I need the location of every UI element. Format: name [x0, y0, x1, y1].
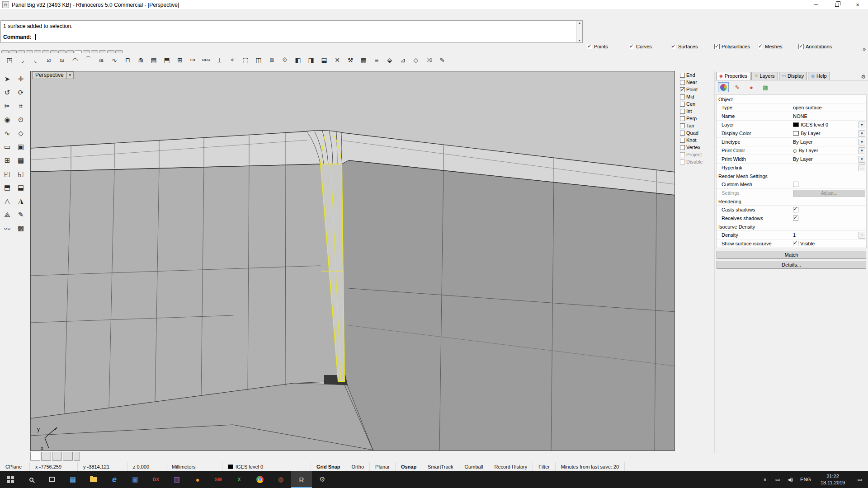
- dx-app-icon[interactable]: DX: [146, 471, 166, 488]
- surface-tool-18-icon[interactable]: ⌖: [226, 54, 238, 66]
- checkbox[interactable]: [680, 87, 685, 92]
- side-tool-3-icon[interactable]: ↺: [1, 86, 14, 99]
- checkbox[interactable]: [680, 123, 685, 128]
- surface-tool-25-icon[interactable]: ⬓: [318, 54, 330, 66]
- y-coordinate[interactable]: y -3814.121: [78, 462, 127, 471]
- side-tool-7-icon[interactable]: ◉: [1, 113, 14, 126]
- custom-mesh-checkbox[interactable]: [793, 182, 798, 187]
- osnap-mid[interactable]: Mid: [680, 94, 713, 99]
- osnap-tan[interactable]: Tan: [680, 123, 713, 128]
- rhino-icon[interactable]: R: [291, 471, 312, 488]
- side-tool-24-icon[interactable]: ▩: [14, 222, 27, 235]
- menu-edit[interactable]: [9, 14, 16, 16]
- task-view-icon[interactable]: [42, 471, 62, 488]
- cplane-button[interactable]: CPlane: [0, 462, 30, 471]
- side-tool-17-icon[interactable]: ⬒: [1, 181, 14, 194]
- side-tool-1-icon[interactable]: ➤: [1, 73, 14, 85]
- viewport-tab-perspective[interactable]: [30, 452, 40, 461]
- photos-app-icon[interactable]: ▣: [125, 471, 146, 488]
- dropdown-arrow-icon[interactable]: ▼: [859, 156, 865, 163]
- checkbox[interactable]: [680, 73, 685, 78]
- surface-tool-31-icon[interactable]: ⊿: [397, 54, 409, 66]
- menu-panels[interactable]: [89, 14, 96, 16]
- surface-tool-24-icon[interactable]: ◨: [305, 54, 317, 66]
- checkbox[interactable]: [680, 116, 685, 121]
- surface-tool-8-icon[interactable]: ≋: [95, 54, 107, 66]
- surface-tool-7-icon[interactable]: ⌒: [82, 54, 94, 66]
- osnap-disable[interactable]: Disable: [680, 159, 713, 164]
- density-stepper[interactable]: 1: [793, 232, 866, 238]
- surface-tool-4-icon[interactable]: ⧄: [43, 54, 55, 66]
- purple-app-icon[interactable]: ▥: [166, 471, 187, 488]
- osnap-near[interactable]: Near: [680, 80, 713, 85]
- z-coordinate[interactable]: z 0.000: [127, 462, 166, 471]
- record-history-toggle[interactable]: Record History: [489, 462, 533, 471]
- tab-layers[interactable]: ≣ Layers: [751, 72, 778, 80]
- menu-dimension[interactable]: [52, 14, 60, 16]
- tab-properties[interactable]: ◉ Properties: [716, 72, 750, 80]
- surface-tool-29-icon[interactable]: ≡: [371, 54, 382, 66]
- checkbox[interactable]: [680, 80, 685, 85]
- menu-transform[interactable]: [60, 14, 67, 16]
- osnap-knot[interactable]: Knot: [680, 137, 713, 143]
- surface-tool-23-icon[interactable]: ◧: [292, 54, 304, 66]
- surface-tool-28-icon[interactable]: ▦: [358, 54, 369, 66]
- command-scrollbar[interactable]: ▲ ▼: [576, 21, 582, 42]
- menu-solid[interactable]: [38, 14, 45, 16]
- surface-tool-14-icon[interactable]: ⊞: [174, 54, 186, 66]
- surface-tool-22-icon[interactable]: ⟐: [279, 54, 291, 66]
- side-tool-19-icon[interactable]: △: [1, 195, 14, 207]
- gumball-toggle[interactable]: Gumball: [459, 462, 489, 471]
- dropdown-arrow-icon[interactable]: ▼: [859, 147, 865, 154]
- surface-tool-33-icon[interactable]: ⤨: [423, 54, 435, 66]
- menu-tools[interactable]: [67, 14, 74, 16]
- right-wall-surface[interactable]: [342, 160, 675, 451]
- surface-tool-11-icon[interactable]: ⋒: [135, 54, 146, 66]
- x-coordinate[interactable]: x -7756.259: [30, 462, 78, 471]
- side-tool-15-icon[interactable]: ◰: [1, 168, 14, 180]
- maximize-button[interactable]: [826, 0, 847, 9]
- osnap-point[interactable]: Point: [680, 87, 713, 92]
- surface-tool-9-icon[interactable]: ∿: [108, 54, 120, 66]
- dropdown-arrow-icon[interactable]: ▼: [859, 130, 865, 137]
- surface-tool-34-icon[interactable]: ✎: [436, 54, 448, 66]
- hyperlink-browse-button[interactable]: …: [859, 164, 865, 171]
- command-history-box[interactable]: 1 surface added to selection. Command: ▲…: [0, 20, 583, 43]
- smarttrack-toggle[interactable]: SmartTrack: [422, 462, 459, 471]
- start-button[interactable]: [0, 471, 21, 488]
- side-tool-6-icon[interactable]: ⌗: [14, 100, 27, 113]
- checkbox[interactable]: [680, 138, 685, 143]
- surface-tool-32-icon[interactable]: ◇: [410, 54, 422, 66]
- side-tool-21-icon[interactable]: ⟁: [1, 208, 14, 221]
- dark-sphere-app-icon[interactable]: ◍: [270, 471, 291, 488]
- surface-tool-5-icon[interactable]: ⧅: [56, 54, 68, 66]
- menu-curve[interactable]: [24, 14, 31, 16]
- firefox-icon[interactable]: ●: [187, 471, 208, 488]
- mesh-app-icon[interactable]: ⚙: [312, 471, 333, 488]
- osnap-vertex[interactable]: Vertex: [680, 145, 713, 150]
- file-explorer-icon[interactable]: [83, 471, 104, 488]
- side-tool-2-icon[interactable]: ✛: [14, 73, 27, 85]
- density-spinner-icon[interactable]: ↕: [859, 232, 865, 239]
- menu-help[interactable]: [96, 14, 103, 16]
- chrome-icon[interactable]: [250, 471, 270, 488]
- surface-tool-13-icon[interactable]: ⬒: [161, 54, 173, 66]
- osnap-cen[interactable]: Cen: [680, 101, 713, 107]
- checkbox[interactable]: [680, 160, 685, 164]
- volume-icon[interactable]: ◀): [784, 477, 797, 483]
- action-center-icon[interactable]: ▭: [851, 471, 868, 488]
- planar-toggle[interactable]: Planar: [370, 462, 396, 471]
- surface-tool-1-icon[interactable]: ◳: [4, 54, 15, 66]
- solidworks-icon[interactable]: SW: [208, 471, 229, 488]
- menu-mesh[interactable]: [45, 14, 52, 16]
- dropdown-arrow-icon[interactable]: ▼: [859, 122, 865, 128]
- osnap-toggle[interactable]: Osnap: [396, 462, 422, 471]
- panel-options-gear-icon[interactable]: ⚙: [861, 74, 868, 80]
- perspective-viewport[interactable]: y x Perspective ▼: [30, 71, 675, 451]
- display-tray-icon[interactable]: ▭: [771, 477, 784, 483]
- viewport-menu-arrow-icon[interactable]: ▼: [67, 71, 74, 79]
- change-degree-icon[interactable]: DEG: [200, 54, 212, 66]
- xshell-icon[interactable]: X: [229, 471, 250, 488]
- print-width-dropdown[interactable]: By Layer: [793, 156, 866, 162]
- surface-tool-27-icon[interactable]: ⚒: [344, 54, 356, 66]
